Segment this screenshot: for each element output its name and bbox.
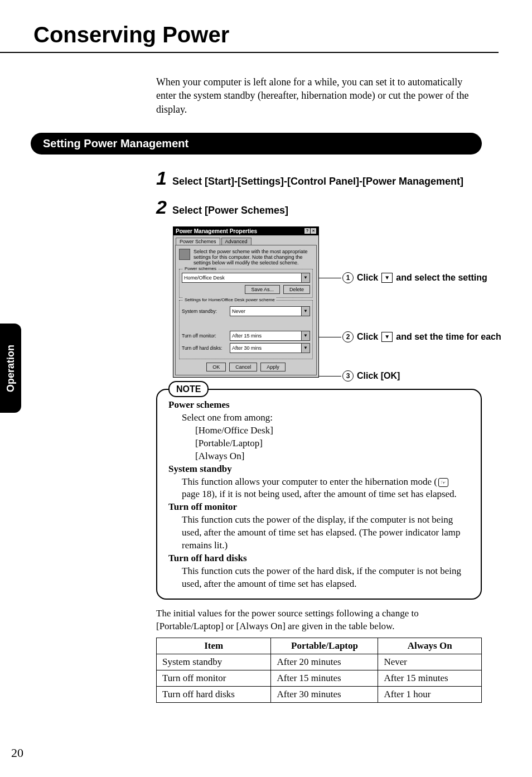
table-cell-always: After 15 minutes — [378, 670, 482, 686]
window-buttons: ? × — [304, 228, 316, 234]
step-1-text: Select [Start]-[Settings]-[Control Panel… — [172, 176, 463, 187]
table-row: System standby After 20 minutes Never — [157, 654, 482, 670]
help-icon[interactable]: ? — [304, 228, 310, 234]
callout-1: 1 Click ▼ and select the setting — [342, 272, 487, 283]
label-turn-off-monitor: Turn off monitor: — [182, 333, 226, 339]
step-1: 1 Select [Start]-[Settings]-[Control Pan… — [156, 168, 482, 187]
dialog-description-row: Select the power scheme with the most ap… — [179, 249, 313, 266]
callout-1-number: 1 — [342, 272, 354, 283]
table-cell-item: Turn off hard disks — [157, 686, 271, 702]
side-tab: Operation — [0, 324, 21, 413]
table-row: Turn off monitor After 15 minutes After … — [157, 670, 482, 686]
dropdown-icon: ▼ — [381, 273, 393, 283]
close-icon[interactable]: × — [311, 228, 316, 234]
fieldset-settings: Settings for Home/Office Desk power sche… — [179, 300, 313, 359]
label-turn-off-hard-disks: Turn off hard disks: — [182, 345, 226, 351]
dialog-titlebar: Power Management Properties ? × — [173, 227, 318, 235]
chevron-down-icon[interactable]: ▼ — [302, 273, 310, 283]
scheme-button-row: Save As... Delete — [182, 285, 310, 294]
scheme-combo[interactable]: Home/Office Desk ▼ — [182, 273, 310, 283]
standby-combo[interactable]: Never ▼ — [230, 306, 310, 316]
side-tab-label: Operation — [5, 344, 17, 392]
dialog-description: Select the power scheme with the most ap… — [194, 249, 313, 266]
table-cell-always: Never — [378, 654, 482, 670]
table-cell-portable: After 30 minutes — [271, 686, 378, 702]
chevron-down-icon[interactable]: ▼ — [302, 343, 310, 353]
note-option-home-office: [Home/Office Desk] — [168, 424, 470, 437]
monitor-combo[interactable]: After 15 mins ▼ — [230, 331, 310, 341]
legend-power-schemes: Power schemes — [183, 266, 218, 271]
note-label: NOTE — [168, 381, 209, 398]
note-power-schemes-sub: Select one from among: — [168, 412, 470, 424]
content-area: 1 Select [Start]-[Settings]-[Control Pan… — [156, 168, 482, 703]
callout-3-text: Click [OK] — [357, 371, 400, 381]
note-heading-turn-off-hard-disks: Turn off hard disks — [168, 552, 470, 565]
dialog-tabs: Power Schemes Advanced — [173, 235, 318, 245]
section-heading: Setting Power Management — [31, 133, 482, 155]
dialog-button-row: OK Cancel Apply — [179, 363, 313, 371]
apply-button[interactable]: Apply — [260, 363, 286, 371]
page-title: Conserving Power — [33, 22, 499, 47]
tab-power-schemes[interactable]: Power Schemes — [176, 238, 220, 245]
row-system-standby: System standby: Never ▼ — [182, 306, 310, 316]
power-management-dialog: Power Management Properties ? × Power Sc… — [173, 226, 319, 378]
note-standby-body-a: This function allows your computer to en… — [182, 476, 437, 487]
save-as-button[interactable]: Save As... — [245, 285, 280, 294]
note-option-portable: [Portable/Laptop] — [168, 437, 470, 450]
step-2: 2 Select [Power Schemes] — [156, 197, 482, 216]
table-head-portable: Portable/Laptop — [271, 638, 378, 654]
callout-1-post: and select the setting — [396, 273, 487, 283]
label-system-standby: System standby: — [182, 308, 226, 314]
note-option-always-on: [Always On] — [168, 450, 470, 463]
chevron-down-icon[interactable]: ▼ — [302, 306, 310, 316]
note-heading-system-standby: System standby — [168, 463, 470, 476]
callout-3-number: 3 — [342, 370, 354, 382]
callout-3: 3 Click [OK] — [342, 370, 400, 382]
standby-combo-value: Never — [230, 306, 302, 316]
callout-2-pre: Click — [357, 332, 378, 342]
row-turn-off-hard-disks: Turn off hard disks: After 30 mins ▼ — [182, 343, 310, 353]
table-head-always: Always On — [378, 638, 482, 654]
delete-button[interactable]: Delete — [283, 285, 310, 294]
chevron-down-icon[interactable]: ▼ — [302, 331, 310, 341]
table-cell-item: System standby — [157, 654, 271, 670]
hard-disks-combo[interactable]: After 30 mins ▼ — [230, 343, 310, 353]
note-heading-power-schemes: Power schemes — [168, 399, 470, 412]
step-2-text: Select [Power Schemes] — [172, 205, 288, 216]
table-cell-item: Turn off monitor — [157, 670, 271, 686]
cancel-button[interactable]: Cancel — [229, 363, 257, 371]
title-divider — [0, 52, 499, 53]
table-header-row: Item Portable/Laptop Always On — [157, 638, 482, 654]
step-1-number: 1 — [156, 168, 167, 187]
ok-button[interactable]: OK — [206, 363, 226, 371]
table-cell-always: After 1 hour — [378, 686, 482, 702]
table-cell-portable: After 15 minutes — [271, 670, 378, 686]
dropdown-icon: ▼ — [381, 332, 393, 342]
table-head-item: Item — [157, 638, 271, 654]
note-box: NOTE Power schemes Select one from among… — [156, 389, 482, 600]
settings-table: Item Portable/Laptop Always On System st… — [156, 638, 482, 703]
intro-paragraph: When your computer is left alone for a w… — [156, 75, 482, 116]
note-turn-off-monitor-body: This function cuts the power of the disp… — [168, 514, 470, 552]
note-turn-off-hard-disks-body: This function cuts the power of the hard… — [168, 565, 470, 591]
table-row: Turn off hard disks After 30 minutes Aft… — [157, 686, 482, 702]
fieldset-power-schemes: Power schemes Home/Office Desk ▼ Save As… — [179, 269, 313, 298]
dialog-icon — [179, 249, 190, 260]
legend-settings: Settings for Home/Office Desk power sche… — [183, 297, 277, 302]
note-heading-turn-off-monitor: Turn off monitor — [168, 501, 470, 514]
row-turn-off-monitor: Turn off monitor: After 15 mins ▼ — [182, 331, 310, 341]
step-2-number: 2 — [156, 197, 167, 216]
tab-advanced[interactable]: Advanced — [221, 238, 252, 245]
paragraph-after-note: The initial values for the power source … — [156, 607, 482, 633]
callout-2: 2 Click ▼ and set the time for each — [342, 331, 501, 342]
monitor-combo-value: After 15 mins — [230, 331, 302, 341]
callout-2-number: 2 — [342, 331, 354, 342]
table-cell-portable: After 20 minutes — [271, 654, 378, 670]
note-standby-body-b: page 18), if it is not being used, after… — [182, 489, 457, 499]
callout-2-post: and set the time for each — [396, 332, 501, 342]
callouts: 1 Click ▼ and select the setting 2 Click… — [319, 226, 482, 378]
page-number: 20 — [11, 746, 23, 760]
scheme-combo-value: Home/Office Desk — [182, 273, 302, 283]
page: Conserving Power When your computer is l… — [0, 0, 532, 777]
dialog-area: Power Management Properties ? × Power Sc… — [173, 226, 482, 378]
